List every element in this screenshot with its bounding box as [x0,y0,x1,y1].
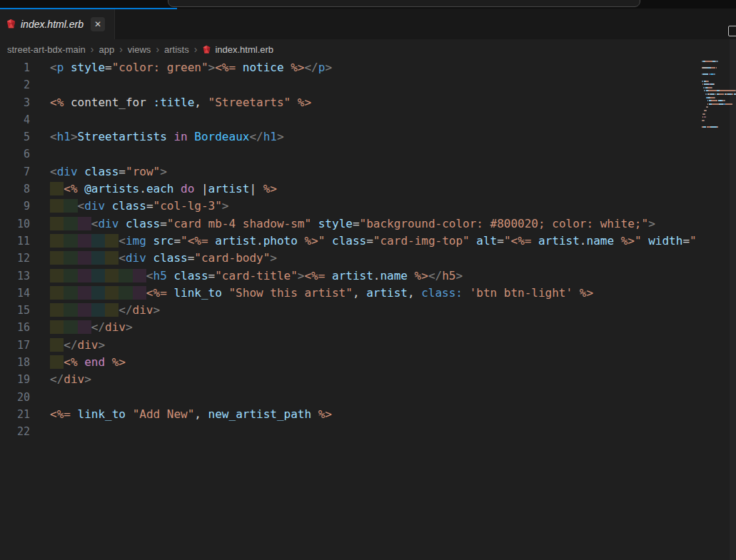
code-token: width [648,234,682,248]
code-token: notice [243,61,284,74]
code-area[interactable]: 1<p style="color: green"><%= notice %></… [0,59,696,441]
code-token: < [119,234,126,248]
code-line[interactable]: 8 <% @artists.each do |artist| %> [0,180,696,198]
code-token: = [188,251,195,265]
code-token: " [690,234,696,248]
code-line[interactable]: 10 <div class="card mb-4 shadow-sm" styl… [0,215,696,233]
code-line[interactable]: 22 [0,423,696,440]
code-line[interactable]: 16 </div> [0,319,696,336]
split-editor-icon[interactable] [728,26,736,36]
indent-guide [64,217,77,230]
code-token: > [455,269,463,282]
code-line[interactable]: 4 [0,111,696,128]
indent-guide [50,303,64,317]
line-number: 18 [0,354,30,371]
code-line[interactable]: 21<%= link_to "Add New", new_artist_path… [0,406,696,423]
code-line[interactable]: 20 [0,389,696,406]
code-line[interactable]: 18 <% end %> [0,354,696,371]
code-line[interactable]: 14 <%= link_to "Show this artist", artis… [0,285,696,302]
code-token: :title [153,96,195,109]
active-tab-accent [0,8,177,9]
line-number: 5 [0,128,30,146]
close-icon[interactable]: ✕ [91,17,105,31]
command-center-search[interactable] [168,0,640,7]
code-token: > [160,165,167,178]
code-token: "Streetarts" [208,96,291,109]
code-token: = [353,217,360,230]
line-number: 6 [0,146,30,163]
code-token: > [71,130,78,143]
line-number: 7 [0,163,30,180]
breadcrumb-app[interactable]: app [99,44,114,55]
indent-guide [64,286,77,300]
line-number: 8 [0,180,30,198]
code-token: </ [64,338,77,352]
chevron-right-icon: › [194,44,198,55]
code-token: artist [366,286,408,300]
code-token [126,407,133,421]
code-token [167,269,174,282]
code-token: | [194,182,208,195]
code-line[interactable]: 9 <div class="col-lg-3"> [0,198,696,215]
code-line[interactable]: 15 </div> [0,302,696,319]
code-token: < [50,165,57,178]
chevron-right-icon: › [156,44,159,55]
breadcrumb-artists[interactable]: artists [164,44,189,55]
indent-guide [105,286,119,300]
code-token: name [587,234,615,248]
indent-guide [91,251,105,265]
indent-guide [78,251,91,265]
code-token: </ [249,130,263,143]
breadcrumb-views[interactable]: views [128,44,151,55]
code-line[interactable]: 7<div class="row"> [0,163,696,180]
code-token [463,286,470,300]
ruby-icon [202,45,211,56]
code-line[interactable]: 13 <h5 class="card-title"><%= artist.nam… [0,268,696,285]
code-token: %> [263,182,277,195]
code-token: in [173,130,187,143]
code-token: </ [50,372,64,386]
code-token: = [146,199,153,213]
code-line[interactable]: 19</div> [0,371,696,388]
code-token: h5 [153,269,167,282]
code-token [311,217,318,230]
vertical-scrollbar[interactable] [730,39,736,560]
code-token: <%= [215,61,236,74]
indent-guide [91,286,105,300]
code-token [173,182,181,195]
code-token: 'btn btn-light' [470,286,573,300]
code-token: p [318,61,326,74]
code-token: class: [421,286,463,300]
code-line[interactable]: 3<% content_for :title, "Streetarts" %> [0,94,696,111]
code-token: "row" [126,165,160,178]
code-token: > [153,303,161,317]
indent-guide [91,303,105,317]
code-token [71,407,78,421]
code-line[interactable]: 12 <div class="card-body"> [0,250,696,267]
code-token: div [57,165,78,178]
breadcrumb-project[interactable]: street-art-bdx-main [7,44,86,55]
code-token: = [682,234,690,248]
line-number: 9 [0,198,30,215]
code-token: . [139,182,146,195]
code-token [119,217,126,230]
code-token: photo [263,234,298,248]
code-line[interactable]: 6 [0,146,696,163]
code-token [208,234,216,248]
indent-guide [50,217,64,230]
breadcrumb-file[interactable]: index.html.erb [215,44,273,55]
code-line[interactable]: 1<p style="color: green"><%= notice %></… [0,59,696,76]
code-token: = [119,165,126,178]
code-token: </ [304,61,318,74]
code-token [311,407,318,421]
code-line[interactable]: 5<h1>Streetartists in Bordeaux</h1> [0,128,696,146]
code-token [146,251,153,265]
code-token: artist [332,269,373,282]
code-line[interactable]: 2 [0,76,696,93]
code-token: link_to [173,286,221,300]
indent-guide [50,199,64,213]
code-token: = [497,234,504,248]
tab-index-html-erb[interactable]: index.html.erb ✕ [0,9,115,39]
code-line[interactable]: 11 <img src="<%= artist.photo %>" class=… [0,233,696,250]
code-line[interactable]: 17 </div> [0,337,696,354]
